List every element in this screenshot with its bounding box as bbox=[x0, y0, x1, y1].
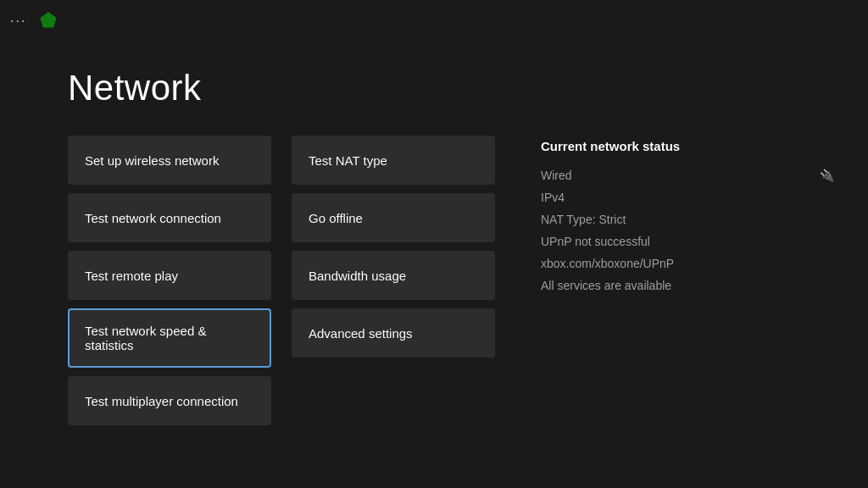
left-menu-item-setup-wireless[interactable]: Set up wireless network bbox=[68, 136, 271, 185]
menu-dots-icon[interactable]: ··· bbox=[10, 14, 26, 29]
status-row-ipv4: IPv4 bbox=[541, 191, 834, 204]
middle-menu-item-test-nat-type[interactable]: Test NAT type bbox=[292, 136, 495, 185]
status-row-upnp-url: xbox.com/xboxone/UPnP bbox=[541, 257, 834, 270]
top-bar: ··· ⬟ bbox=[10, 10, 56, 32]
status-row-services: All services are available bbox=[541, 279, 834, 292]
wired-icon: 🔌 bbox=[820, 169, 834, 182]
status-label-wired: Wired bbox=[541, 169, 572, 182]
left-menu: Set up wireless networkTest network conn… bbox=[68, 136, 271, 425]
status-row-upnp: UPnP not successful bbox=[541, 235, 834, 248]
status-title: Current network status bbox=[541, 139, 834, 153]
status-row-wired: Wired🔌 bbox=[541, 169, 834, 182]
status-row-nat-type: NAT Type: Strict bbox=[541, 213, 834, 226]
page-title: Network bbox=[68, 68, 202, 108]
middle-menu: Test NAT typeGo offlineBandwidth usageAd… bbox=[292, 136, 495, 425]
content-area: Set up wireless networkTest network conn… bbox=[68, 136, 834, 425]
middle-menu-item-advanced-settings[interactable]: Advanced settings bbox=[292, 308, 495, 358]
middle-menu-item-go-offline[interactable]: Go offline bbox=[292, 193, 495, 242]
left-menu-item-test-remote-play[interactable]: Test remote play bbox=[68, 251, 271, 300]
left-menu-item-test-multiplayer-connection[interactable]: Test multiplayer connection bbox=[68, 376, 271, 425]
left-menu-item-test-network-connection[interactable]: Test network connection bbox=[68, 193, 271, 242]
status-panel: Current network status Wired🔌IPv4NAT Typ… bbox=[515, 136, 834, 425]
xbox-logo-icon: ⬟ bbox=[40, 10, 56, 32]
left-menu-item-test-network-speed[interactable]: Test network speed & statistics bbox=[68, 308, 271, 368]
middle-menu-item-bandwidth-usage[interactable]: Bandwidth usage bbox=[292, 251, 495, 300]
